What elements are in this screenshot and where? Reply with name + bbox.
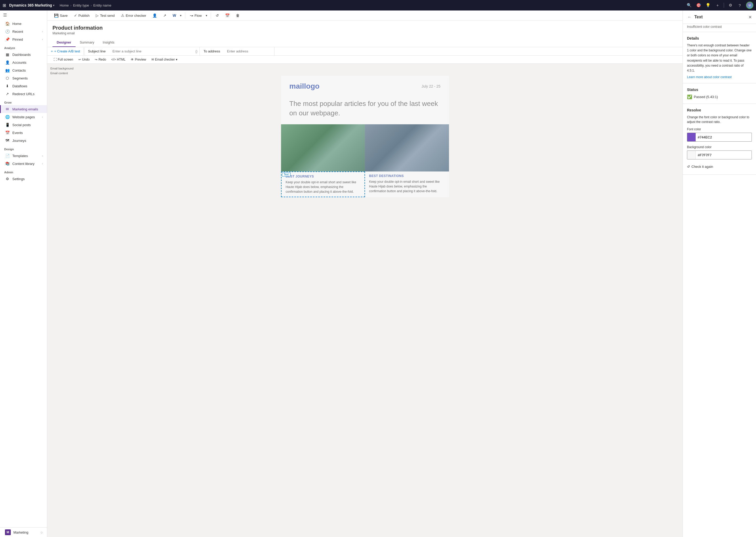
- templates-icon: 📄: [5, 154, 10, 158]
- email-content-label: Email content: [50, 71, 679, 75]
- sidebar-item-website-pages[interactable]: 🌐 Website pages ›: [0, 113, 47, 121]
- sidebar-item-contacts[interactable]: 👥 Contacts: [0, 66, 47, 74]
- col1-heading: BEST JOURNEYS: [286, 175, 360, 178]
- panel-title: Text: [694, 15, 746, 20]
- templates-arrow: ›: [42, 154, 43, 157]
- page-tabs: Designer Summary Insights: [53, 38, 677, 47]
- font-color-input[interactable]: [696, 134, 752, 141]
- email-hero: The most popular articles for you of the…: [281, 95, 449, 124]
- sidebar-item-segments[interactable]: ⬡ Segments: [0, 74, 47, 82]
- sidebar-item-accounts[interactable]: 👤 Accounts: [0, 59, 47, 66]
- sidebar-org-switcher[interactable]: M Marketing ◇: [0, 527, 47, 537]
- breadcrumb-entity-type[interactable]: Entity type: [73, 3, 89, 7]
- tab-summary[interactable]: Summary: [75, 38, 99, 47]
- website-pages-icon: 🌐: [5, 115, 10, 119]
- sidebar-bottom: M Marketing ◇: [0, 527, 47, 537]
- redo-button[interactable]: ↪ Redo: [93, 57, 108, 62]
- undo-button[interactable]: ↩ Undo: [76, 57, 92, 62]
- bg-color-input-group: [687, 150, 752, 159]
- target-icon[interactable]: 🎯: [695, 2, 702, 8]
- sidebar-item-journeys[interactable]: 🗺 Journeys: [0, 137, 47, 145]
- page-subtitle: Marketing email: [53, 31, 677, 35]
- test-send-button[interactable]: ▷ Test send: [93, 12, 117, 19]
- sidebar-item-dashboards[interactable]: ▦ Dashboards: [0, 51, 47, 59]
- email-header: maillogo July 22 - 25: [281, 76, 449, 95]
- bg-color-swatch[interactable]: [687, 151, 696, 159]
- org-arrow: ◇: [41, 531, 43, 534]
- panel-close-button[interactable]: ✕: [748, 15, 752, 20]
- col1-image: [281, 124, 365, 172]
- calendar-button[interactable]: 📅: [223, 12, 232, 19]
- bg-color-input[interactable]: [696, 151, 752, 159]
- settings-icon[interactable]: ⚙: [727, 2, 734, 8]
- right-panel: ← Text ✕ Insufficient color contrast Det…: [683, 11, 756, 537]
- grid-icon[interactable]: ⊞: [3, 3, 6, 8]
- add-icon[interactable]: ＋: [714, 2, 721, 8]
- sidebar-item-pinned[interactable]: 📌 Pinned ›: [0, 35, 47, 43]
- subject-cell: Subject line {}: [84, 47, 200, 55]
- designer-toolbar: ⛶ Full screen ↩ Undo ↪ Redo </> HTML 👁 P…: [47, 56, 683, 64]
- flow-button[interactable]: ↝ Flow: [187, 12, 204, 19]
- create-ab-button[interactable]: + + Create A/B test: [47, 48, 84, 55]
- lightbulb-icon[interactable]: 💡: [705, 2, 711, 8]
- share-button[interactable]: ↗: [160, 12, 169, 19]
- subject-input[interactable]: [109, 47, 193, 55]
- sidebar-item-settings[interactable]: ⚙ Settings: [0, 175, 47, 183]
- font-color-swatch[interactable]: [687, 133, 696, 141]
- share-icon: ↗: [163, 13, 166, 18]
- curly-braces-icon[interactable]: {}: [193, 50, 200, 53]
- word-dropdown-arrow[interactable]: ▾: [179, 13, 183, 19]
- sidebar-item-social-posts[interactable]: 📱 Social posts: [0, 121, 47, 129]
- undo-circle-button[interactable]: ↺: [213, 12, 221, 19]
- top-navigation: ⊞ Dynamics 365 Marketing ▾ Home › Entity…: [0, 0, 756, 11]
- admin-label: Admin: [0, 168, 47, 175]
- sidebar-item-redirect-urls[interactable]: ↗ Redirect URLs: [0, 90, 47, 98]
- check-again-button[interactable]: ↺ Check it again: [687, 163, 713, 170]
- topnav-actions: 🔍 🎯 💡 ＋ ⚙ ? U: [686, 2, 753, 9]
- flow-dropdown[interactable]: ↝ Flow ▾: [187, 12, 208, 19]
- panel-header: ← Text ✕: [683, 11, 756, 24]
- accounts-icon: 👤: [5, 60, 10, 64]
- text-tag: Text: [282, 173, 290, 177]
- search-icon[interactable]: 🔍: [686, 2, 692, 8]
- tab-designer[interactable]: Designer: [53, 38, 75, 47]
- sidebar-item-templates[interactable]: 📄 Templates ›: [0, 152, 47, 160]
- sidebar-item-recent[interactable]: 🕐 Recent ›: [0, 27, 47, 35]
- to-input[interactable]: [224, 47, 274, 55]
- user-avatar[interactable]: U: [746, 2, 753, 9]
- word-dropdown[interactable]: W ▾: [170, 12, 183, 19]
- tab-insights[interactable]: Insights: [98, 38, 118, 47]
- sidebar-item-events[interactable]: 📅 Events: [0, 129, 47, 137]
- error-checker-button[interactable]: ⚠ Error checker: [118, 12, 149, 19]
- main-toolbar: 💾 Save ✓ Publish ▷ Test send ⚠ Error che…: [47, 11, 683, 21]
- sidebar-item-marketing-emails[interactable]: ✉ Marketing emails: [0, 105, 47, 113]
- panel-back-button[interactable]: ←: [687, 14, 692, 20]
- sidebar-item-content-library[interactable]: 📚 Content library ›: [0, 160, 47, 168]
- html-button[interactable]: </> HTML: [109, 57, 127, 62]
- preview-button[interactable]: 👁 Preview: [129, 57, 148, 62]
- topnav-divider: [724, 3, 724, 8]
- word-button[interactable]: W: [170, 12, 179, 19]
- panel-subtitle: Insufficient color contrast: [683, 24, 756, 32]
- email-columns: Text BEST JOURNEYS Keep your double opt-…: [281, 124, 449, 197]
- breadcrumb-entity-name[interactable]: Entity name: [93, 3, 111, 7]
- font-color-input-group: [687, 133, 752, 142]
- sidebar-item-dataflows[interactable]: ⬇ Dataflows: [0, 82, 47, 90]
- flow-dropdown-arrow[interactable]: ▾: [204, 13, 209, 19]
- full-screen-button[interactable]: ⛶ Full screen: [51, 57, 75, 62]
- delete-button[interactable]: 🗑: [233, 12, 242, 19]
- email-checker-button[interactable]: ✉ Email checker ▾: [149, 57, 179, 62]
- app-title[interactable]: Dynamics 365 Marketing ▾: [9, 3, 54, 7]
- breadcrumb-home[interactable]: Home: [60, 3, 69, 7]
- sidebar-toggle[interactable]: ☰: [0, 11, 47, 20]
- sidebar-item-home[interactable]: 🏠 Home: [0, 20, 47, 27]
- person-button[interactable]: 👤: [150, 12, 159, 19]
- save-button[interactable]: 💾 Save: [51, 12, 70, 19]
- email-canvas[interactable]: Email background Email content maillogo …: [47, 64, 683, 537]
- create-ab-cell: + + Create A/B test: [47, 47, 84, 55]
- help-icon[interactable]: ?: [736, 2, 743, 8]
- learn-more-link[interactable]: Learn more about color contrast: [687, 75, 752, 79]
- refresh-icon: ↺: [687, 165, 690, 169]
- publish-button[interactable]: ✓ Publish: [71, 12, 92, 19]
- resolve-title: Resolve: [687, 108, 752, 112]
